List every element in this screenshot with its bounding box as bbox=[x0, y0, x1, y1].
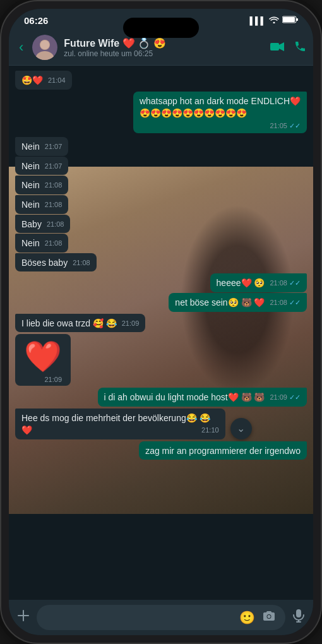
message-row: Nein 21:08 bbox=[15, 195, 307, 214]
message-row: ❤️ 21:09 bbox=[15, 334, 307, 386]
message-row: I lieb die owa trzd 🥰 😂 21:09 bbox=[15, 314, 307, 333]
bubble-received: Nein 21:07 bbox=[15, 137, 68, 156]
battery-icon bbox=[282, 16, 298, 25]
message-row: Nein 21:07 bbox=[15, 137, 307, 156]
message-row: Baby 21:08 bbox=[15, 215, 307, 234]
message-row: zag mir an programmierer der irgendwo bbox=[15, 441, 307, 460]
message-text: Böses baby bbox=[21, 258, 68, 268]
message-heart-emoji: ❤️ bbox=[24, 339, 62, 374]
contact-status: zul. online heute um 06:25 bbox=[64, 49, 264, 58]
input-bar: 🙂 bbox=[9, 600, 313, 635]
status-icons: ▌▌▌ bbox=[249, 16, 298, 25]
camera-icon[interactable] bbox=[263, 610, 275, 625]
message-time: 21:08 bbox=[45, 181, 63, 190]
message-time: 21:08 ✓✓ bbox=[270, 278, 301, 288]
message-row: whatsapp hot an dark mode ENDLICH❤️ 😍😍😍😍… bbox=[15, 92, 307, 134]
svg-rect-3 bbox=[296, 18, 298, 21]
message-text: 🤩❤️ bbox=[21, 75, 43, 85]
message-time: 21:10 bbox=[201, 426, 219, 435]
chat-area[interactable]: 🤩❤️ 21:04 whatsapp hot an dark mode ENDL… bbox=[9, 66, 313, 600]
message-row: i di ah obwui du light mode host❤️ 🐻 🐻 2… bbox=[15, 388, 307, 407]
signal-icon: ▌▌▌ bbox=[249, 16, 266, 25]
message-time: 21:05 ✓✓ bbox=[270, 121, 301, 131]
bubble-received: Hee ds mog die mehrheit der bevölkerung😂… bbox=[15, 408, 225, 439]
sticker-icon[interactable]: 🙂 bbox=[239, 610, 255, 625]
message-text: Nein bbox=[21, 161, 40, 171]
message-text: Hee ds mog die mehrheit der bevölkerung😂… bbox=[21, 413, 210, 436]
bubble-received: Böses baby 21:08 bbox=[15, 253, 97, 272]
scroll-down-button[interactable]: ⌄ bbox=[230, 418, 252, 439]
message-time: 21:09 ✓✓ bbox=[270, 393, 301, 402]
svg-rect-2 bbox=[283, 17, 295, 22]
message-time: 21:04 bbox=[48, 76, 66, 85]
message-time: 21:08 bbox=[47, 220, 64, 229]
message-time: 21:08 bbox=[45, 200, 63, 210]
message-text: Nein bbox=[21, 180, 40, 190]
bubble-sent: net böse sein🥺 🐻 ❤️ 21:08 ✓✓ bbox=[169, 293, 307, 312]
status-time: 06:26 bbox=[24, 15, 48, 26]
message-text: Nein bbox=[21, 141, 40, 152]
phone-screen: 06:26 ▌▌▌ bbox=[9, 9, 313, 635]
message-text: Baby bbox=[21, 219, 42, 229]
message-text: I lieb die owa trzd 🥰 😂 bbox=[21, 318, 117, 328]
message-text: whatsapp hot an dark mode ENDLICH❤️ bbox=[140, 95, 301, 108]
avatar bbox=[32, 35, 57, 60]
message-time: 21:08 ✓✓ bbox=[270, 298, 301, 307]
svg-rect-13 bbox=[296, 609, 301, 617]
message-time: 21:09 bbox=[44, 376, 62, 383]
bubble-received: Nein 21:08 bbox=[15, 234, 68, 253]
input-icons: 🙂 bbox=[239, 610, 275, 625]
bubble-received: I lieb die owa trzd 🥰 😂 21:09 bbox=[15, 314, 145, 333]
voice-call-icon[interactable] bbox=[294, 40, 306, 55]
message-text: i di ah obwui du light mode host❤️ 🐻 🐻 bbox=[104, 392, 265, 402]
message-time: 21:07 bbox=[45, 142, 63, 152]
bubble-received: Nein 21:08 bbox=[15, 195, 68, 214]
wifi-icon bbox=[269, 16, 279, 25]
message-row: Böses baby 21:08 bbox=[15, 253, 307, 272]
header-actions bbox=[270, 40, 306, 55]
message-text: net böse sein🥺 🐻 ❤️ bbox=[175, 297, 265, 307]
message-text: zag mir an programmierer der irgendwo bbox=[145, 446, 301, 456]
message-text: Nein bbox=[21, 200, 40, 210]
svg-point-7 bbox=[40, 40, 49, 49]
video-call-icon[interactable] bbox=[270, 40, 284, 55]
bubble-sent: heeee❤️ 🥺 21:08 ✓✓ bbox=[210, 273, 307, 292]
bubble-received: 🤩❤️ 21:04 bbox=[15, 71, 72, 90]
message-time: 21:09 bbox=[122, 319, 140, 328]
svg-point-12 bbox=[268, 615, 271, 618]
contact-name: Future Wife ❤️ 💍 😍 bbox=[64, 37, 264, 49]
mic-button[interactable] bbox=[292, 609, 306, 626]
bubble-sent: zag mir an programmierer der irgendwo bbox=[139, 441, 307, 460]
dynamic-island bbox=[123, 18, 199, 38]
message-input[interactable]: 🙂 bbox=[37, 605, 285, 630]
message-row: heeee❤️ 🥺 21:08 ✓✓ bbox=[15, 273, 307, 292]
message-time: 21:08 bbox=[73, 258, 90, 268]
header-info: Future Wife ❤️ 💍 😍 zul. online heute um … bbox=[64, 37, 264, 58]
message-text: heeee❤️ 🥺 bbox=[217, 278, 265, 288]
bubble-received: Nein 21:07 bbox=[15, 157, 68, 176]
message-time: 21:08 bbox=[45, 239, 63, 248]
message-row: net böse sein🥺 🐻 ❤️ 21:08 ✓✓ bbox=[15, 293, 307, 312]
message-row: Nein 21:08 bbox=[15, 176, 307, 194]
message-row: Hee ds mog die mehrheit der bevölkerung😂… bbox=[15, 408, 307, 439]
message-row: Nein 21:08 bbox=[15, 234, 307, 253]
back-button[interactable]: ‹ bbox=[16, 38, 26, 57]
svg-rect-8 bbox=[270, 43, 279, 51]
message-text-emojis: 😍😍😍😍😍😍😍😍😍😍 bbox=[140, 107, 301, 120]
phone-frame: 06:26 ▌▌▌ bbox=[0, 0, 322, 644]
message-text: Nein bbox=[21, 238, 40, 248]
heart-message-bubble: ❤️ 21:09 bbox=[15, 334, 71, 386]
bubble-received: Baby 21:08 bbox=[15, 215, 70, 234]
bubble-sent: i di ah obwui du light mode host❤️ 🐻 🐻 2… bbox=[98, 388, 307, 407]
add-attachment-button[interactable] bbox=[16, 609, 30, 626]
message-row: Nein 21:07 bbox=[15, 157, 307, 176]
bubble-sent: whatsapp hot an dark mode ENDLICH❤️ 😍😍😍😍… bbox=[133, 92, 307, 134]
message-time: 21:07 bbox=[45, 162, 63, 171]
message-row: 🤩❤️ 21:04 bbox=[15, 71, 307, 90]
svg-point-0 bbox=[273, 22, 275, 24]
bubble-received: Nein 21:08 bbox=[15, 176, 68, 194]
